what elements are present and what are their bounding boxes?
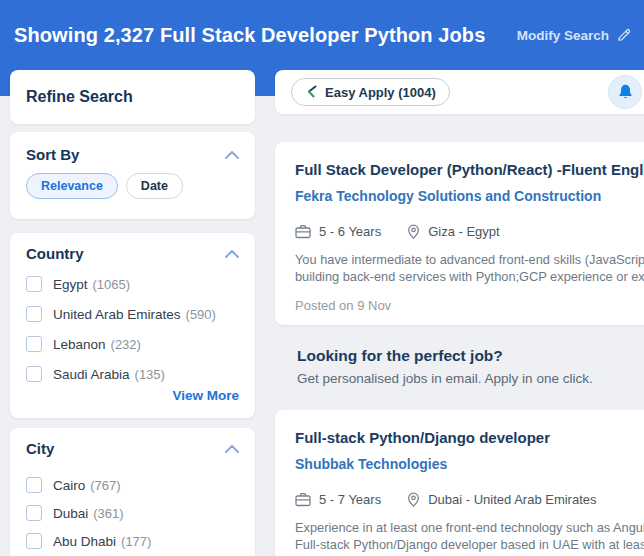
filter-label: Abu Dhabi	[53, 534, 116, 549]
job-location: Giza - Egypt	[428, 224, 500, 239]
filter-count: (590)	[186, 307, 216, 322]
country-filter-card: Country Egypt (1065) United Arab Emirate…	[10, 233, 255, 418]
job-location: Dubai - United Arab Emirates	[428, 492, 596, 507]
checkbox[interactable]	[26, 477, 42, 493]
country-filter-lebanon[interactable]: Lebanon (232)	[26, 336, 239, 352]
chevron-up-icon[interactable]	[225, 445, 239, 453]
sort-by-title: Sort By	[26, 146, 79, 163]
easy-apply-filter-button[interactable]: Easy Apply (1004)	[291, 78, 450, 106]
job-title-link[interactable]: Full Stack Developer (Python/React) -Flu…	[295, 160, 644, 179]
job-company-link[interactable]: Shubbak Technologies	[295, 456, 644, 472]
easy-apply-label: Easy Apply (1004)	[325, 85, 436, 100]
pencil-icon	[616, 27, 632, 43]
filter-count: (767)	[90, 478, 120, 493]
refine-search-card: Refine Search	[10, 70, 255, 124]
filter-count: (135)	[135, 367, 165, 382]
filter-label: Lebanon	[53, 337, 106, 352]
country-filter-egypt[interactable]: Egypt (1065)	[26, 276, 239, 292]
job-posted-date: Posted on 9 Nov	[295, 298, 644, 313]
country-title: Country	[26, 245, 84, 262]
checkbox[interactable]	[26, 366, 42, 382]
city-filter-abu-dhabi[interactable]: Abu Dhabi (177)	[26, 533, 239, 549]
job-experience: 5 - 6 Years	[319, 224, 381, 239]
job-alert-banner: Looking for the perfect job? Get persona…	[275, 325, 644, 410]
job-company-link[interactable]: Fekra Technology Solutions and Construct…	[295, 188, 644, 204]
results-toolbar: Easy Apply (1004)	[275, 70, 644, 114]
banner-title: Looking for the perfect job?	[297, 347, 644, 365]
filter-label: Cairo	[53, 478, 85, 493]
sort-by-card: Sort By Relevance Date	[10, 132, 255, 219]
checkbox[interactable]	[26, 306, 42, 322]
country-filter-uae[interactable]: United Arab Emirates (590)	[26, 306, 239, 322]
briefcase-icon	[295, 224, 311, 239]
refine-search-title: Refine Search	[26, 88, 239, 106]
filter-label: Egypt	[53, 277, 88, 292]
chevron-up-icon[interactable]	[225, 151, 239, 159]
modify-search-label: Modify Search	[517, 28, 609, 43]
header: Showing 2,327 Full Stack Developer Pytho…	[0, 0, 644, 70]
checkbox[interactable]	[26, 336, 42, 352]
chevron-up-icon[interactable]	[225, 250, 239, 258]
job-title-link[interactable]: Full-stack Python/Django developer	[295, 428, 644, 447]
modify-search-link[interactable]: Modify Search	[517, 27, 632, 43]
city-filter-dubai[interactable]: Dubai (361)	[26, 505, 239, 521]
job-description: You have intermediate to advanced front-…	[295, 251, 644, 285]
checkbox[interactable]	[26, 505, 42, 521]
checkbox[interactable]	[26, 533, 42, 549]
filter-count: (177)	[121, 534, 151, 549]
banner-subtitle: Get personalised jobs in email. Apply in…	[297, 371, 644, 386]
city-filter-cairo[interactable]: Cairo (767)	[26, 477, 239, 493]
job-experience: 5 - 7 Years	[319, 492, 381, 507]
city-title: City	[26, 440, 54, 457]
map-pin-icon	[407, 224, 420, 239]
map-pin-icon	[407, 492, 420, 507]
job-meta: 5 - 6 Years Giza - Egypt	[295, 224, 644, 239]
filter-count: (232)	[111, 337, 141, 352]
job-card[interactable]: Full-stack Python/Django developer Shubb…	[275, 410, 644, 556]
sort-option-relevance[interactable]: Relevance	[26, 173, 118, 199]
job-alert-bell-button[interactable]	[608, 75, 642, 109]
job-card[interactable]: Full Stack Developer (Python/React) -Flu…	[275, 142, 644, 325]
filter-label: Saudi Arabia	[53, 367, 130, 382]
filter-count: (1065)	[93, 277, 131, 292]
filter-count: (361)	[93, 506, 123, 521]
job-description: Experience in at least one front-end tec…	[295, 519, 644, 553]
green-bolt-icon	[305, 85, 318, 99]
briefcase-icon	[295, 492, 311, 507]
bell-icon	[618, 84, 633, 100]
country-filter-saudi-arabia[interactable]: Saudi Arabia (135)	[26, 366, 239, 382]
content: Refine Search Sort By Relevance Date Cou…	[0, 70, 644, 556]
filter-label: Dubai	[53, 506, 88, 521]
filter-label: United Arab Emirates	[53, 307, 181, 322]
view-more-link[interactable]: View More	[172, 388, 239, 403]
city-filter-card: City Cairo (767) Dubai (361) Abu Dhabi (…	[10, 428, 255, 556]
job-meta: 5 - 7 Years Dubai - United Arab Emirates	[295, 492, 644, 507]
job-results: Easy Apply (1004) Full Stack Developer (…	[275, 70, 644, 556]
sort-option-date[interactable]: Date	[126, 173, 183, 199]
refine-sidebar: Refine Search Sort By Relevance Date Cou…	[10, 70, 255, 556]
page-title: Showing 2,327 Full Stack Developer Pytho…	[14, 24, 485, 47]
checkbox[interactable]	[26, 276, 42, 292]
